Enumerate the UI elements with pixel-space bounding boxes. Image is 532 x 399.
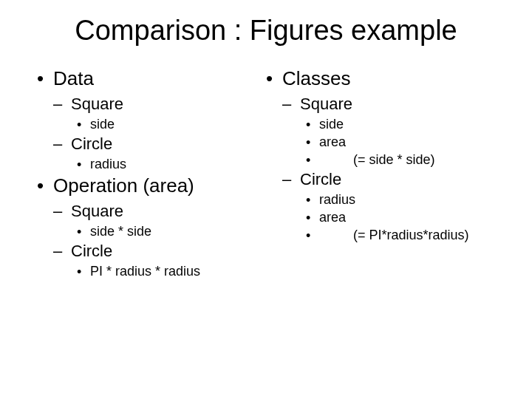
- bullet-class-area: area: [306, 134, 495, 150]
- bullet-class-formula2: (= PI*radius*radius): [306, 228, 495, 243]
- bullet-pi-radius: PI * radius * radius: [77, 264, 266, 279]
- left-column: Data Square side Circle radius Operation…: [37, 67, 266, 282]
- slide-title: Comparison : Figures example: [37, 15, 495, 47]
- bullet-class-side: side: [306, 117, 495, 132]
- bullet-circle: Circle: [53, 134, 266, 154]
- bullet-class-square: Square: [282, 95, 495, 114]
- bullet-data: Data: [37, 67, 266, 90]
- bullet-side-side: side * side: [77, 224, 266, 239]
- bullet-classes: Classes: [266, 67, 495, 90]
- slide: Comparison : Figures example Data Square…: [0, 0, 532, 399]
- columns: Data Square side Circle radius Operation…: [37, 67, 495, 282]
- bullet-radius: radius: [77, 157, 266, 172]
- bullet-class-formula: (= side * side): [306, 152, 495, 168]
- bullet-square-op: Square: [53, 202, 266, 221]
- bullet-circle-op: Circle: [53, 242, 266, 261]
- bullet-side: side: [77, 117, 266, 132]
- bullet-square: Square: [53, 95, 266, 114]
- right-column: Classes Square side area (= side * side)…: [266, 67, 495, 282]
- bullet-class-area2: area: [306, 210, 495, 225]
- bullet-class-radius: radius: [306, 192, 495, 208]
- bullet-class-circle: Circle: [282, 170, 495, 189]
- bullet-operation: Operation (area): [37, 174, 266, 197]
